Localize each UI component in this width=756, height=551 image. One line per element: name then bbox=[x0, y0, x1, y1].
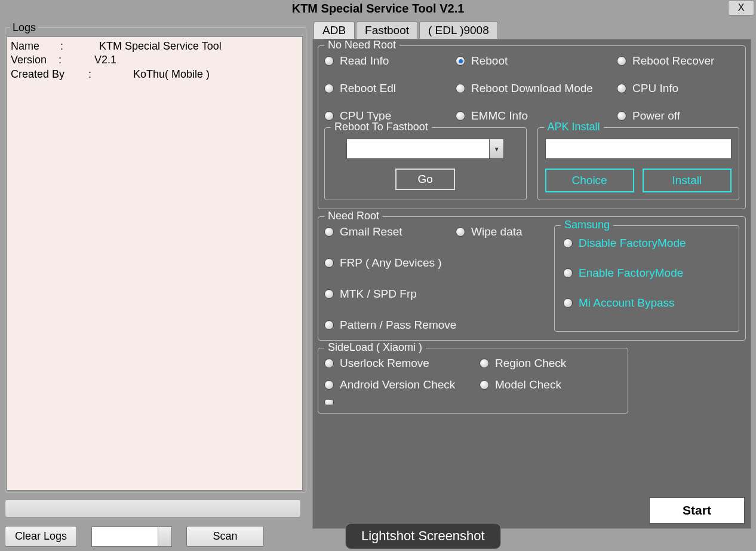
radio-icon bbox=[480, 380, 489, 390]
logs-fieldset: Logs Name : KTM Special Service Tool Ver… bbox=[5, 22, 306, 492]
close-button[interactable]: X bbox=[728, 0, 754, 16]
radio-disable-factory[interactable]: Disable FactoryMode bbox=[563, 237, 730, 250]
device-combo[interactable] bbox=[91, 526, 172, 547]
need-root-legend: Need Root bbox=[324, 210, 383, 222]
main-area: Logs Name : KTM Special Service Tool Ver… bbox=[0, 17, 756, 547]
progress-bar bbox=[5, 500, 301, 518]
chevron-down-icon[interactable]: ▼ bbox=[490, 139, 504, 159]
radio-icon bbox=[324, 359, 334, 368]
radio-label: Enable FactoryMode bbox=[579, 267, 683, 280]
clear-logs-button[interactable]: Clear Logs bbox=[5, 526, 77, 547]
window-title: KTM Special Service Tool V2.1 bbox=[292, 2, 465, 16]
log-line: Created By : KoThu( Mobile ) bbox=[11, 68, 299, 81]
no-need-root-legend: No Need Root bbox=[324, 39, 399, 51]
radio-reboot-edl[interactable]: Reboot Edl bbox=[324, 82, 456, 95]
radio-icon bbox=[617, 111, 626, 121]
tab-strip: ADB Fastboot ( EDL )9008 bbox=[314, 22, 751, 39]
radio-reboot[interactable]: Reboot bbox=[456, 54, 617, 68]
radio-power-off[interactable]: Power off bbox=[617, 109, 680, 123]
radio-label: Android Version Check bbox=[340, 378, 455, 391]
radio-label: Mi Account Bypass bbox=[579, 296, 675, 310]
radio-truncated[interactable] bbox=[324, 400, 340, 405]
radio-reboot-download[interactable]: Reboot Download Mode bbox=[456, 82, 617, 95]
radio-userlock-remove[interactable]: Userlock Remove bbox=[324, 357, 480, 370]
radio-gmail-reset[interactable]: Gmail Reset bbox=[324, 225, 456, 238]
radio-icon bbox=[563, 268, 573, 278]
radio-label: CPU Info bbox=[632, 82, 678, 95]
radio-icon bbox=[324, 289, 334, 299]
title-bar: KTM Special Service Tool V2.1 X bbox=[0, 0, 756, 17]
radio-label: Read Info bbox=[340, 54, 389, 68]
group-no-need-root: No Need Root Read Info Reboot Reboot Rec… bbox=[318, 45, 746, 209]
radio-icon bbox=[456, 227, 465, 237]
radio-icon bbox=[324, 84, 334, 93]
start-button[interactable]: Start bbox=[649, 497, 745, 524]
radio-mi-bypass[interactable]: Mi Account Bypass bbox=[563, 296, 730, 310]
radio-icon bbox=[324, 380, 334, 390]
tab-edl[interactable]: ( EDL )9008 bbox=[419, 22, 498, 39]
radio-cpu-info[interactable]: CPU Info bbox=[617, 82, 678, 95]
go-button[interactable]: Go bbox=[395, 169, 455, 190]
radio-enable-factory[interactable]: Enable FactoryMode bbox=[563, 267, 730, 280]
choice-button[interactable]: Choice bbox=[545, 169, 634, 192]
radio-label: Region Check bbox=[495, 357, 566, 370]
radio-icon bbox=[324, 227, 334, 237]
radio-label: Pattern / Pass Remove bbox=[340, 319, 456, 332]
tab-fastboot[interactable]: Fastboot bbox=[356, 22, 418, 39]
right-panel: ADB Fastboot ( EDL )9008 No Need Root Re… bbox=[312, 22, 751, 547]
reboot-fastboot-legend: Reboot To Fastboot bbox=[331, 121, 432, 133]
radio-region-check[interactable]: Region Check bbox=[480, 357, 566, 370]
group-reboot-to-fastboot: Reboot To Fastboot ▼ Go bbox=[324, 127, 527, 200]
radio-reboot-recover[interactable]: Reboot Recover bbox=[617, 54, 714, 68]
radio-wipe-data[interactable]: Wipe data bbox=[456, 225, 523, 238]
radio-label: Model Check bbox=[495, 378, 561, 391]
logs-legend: Logs bbox=[10, 22, 38, 34]
radio-read-info[interactable]: Read Info bbox=[324, 54, 456, 68]
radio-label: FRP ( Any Devices ) bbox=[340, 256, 442, 270]
tab-body: No Need Root Read Info Reboot Reboot Rec… bbox=[312, 39, 751, 529]
samsung-legend: Samsung bbox=[561, 219, 613, 231]
radio-label: Reboot Download Mode bbox=[471, 82, 593, 95]
lightshot-badge: Lightshot Screenshot bbox=[345, 523, 501, 549]
radio-pattern-pass[interactable]: Pattern / Pass Remove bbox=[324, 319, 456, 332]
tab-adb[interactable]: ADB bbox=[314, 22, 355, 39]
radio-label: Power off bbox=[632, 109, 680, 123]
radio-icon bbox=[456, 84, 465, 93]
radio-label: EMMC Info bbox=[471, 109, 528, 123]
radio-label: MTK / SPD Frp bbox=[340, 287, 417, 301]
radio-mtk-spd[interactable]: MTK / SPD Frp bbox=[324, 287, 417, 301]
radio-frp[interactable]: FRP ( Any Devices ) bbox=[324, 256, 442, 270]
group-sideload: SideLoad ( Xiaomi ) Userlock Remove Regi… bbox=[318, 348, 628, 414]
radio-android-version-check[interactable]: Android Version Check bbox=[324, 378, 480, 391]
radio-icon bbox=[456, 56, 465, 66]
radio-icon bbox=[324, 258, 334, 268]
install-button[interactable]: Install bbox=[643, 169, 732, 192]
radio-icon bbox=[324, 111, 334, 121]
radio-icon bbox=[324, 320, 334, 330]
radio-icon bbox=[324, 56, 334, 66]
radio-icon bbox=[324, 400, 334, 405]
bottom-buttons: Clear Logs Scan bbox=[5, 526, 306, 547]
radio-label: Userlock Remove bbox=[340, 357, 429, 370]
radio-label: Reboot bbox=[471, 54, 508, 68]
fastboot-combo[interactable] bbox=[346, 139, 490, 159]
group-apk-install: APK Install Choice Install bbox=[537, 127, 740, 200]
radio-label: Reboot Edl bbox=[340, 82, 396, 95]
radio-icon bbox=[456, 111, 465, 121]
log-line: Version : V2.1 bbox=[11, 53, 299, 67]
radio-label: Gmail Reset bbox=[340, 225, 402, 238]
logs-textarea[interactable]: Name : KTM Special Service Tool Version … bbox=[7, 36, 303, 491]
group-need-root: Need Root Gmail Reset Wipe data FRP ( An… bbox=[318, 216, 746, 341]
radio-icon bbox=[563, 298, 573, 308]
radio-label: Wipe data bbox=[471, 225, 523, 238]
radio-model-check[interactable]: Model Check bbox=[480, 378, 561, 391]
radio-label: Reboot Recover bbox=[632, 54, 714, 68]
radio-label: Disable FactoryMode bbox=[579, 237, 686, 250]
left-panel: Logs Name : KTM Special Service Tool Ver… bbox=[5, 22, 306, 547]
apk-install-legend: APK Install bbox=[544, 121, 604, 133]
scan-button[interactable]: Scan bbox=[186, 526, 264, 547]
radio-icon bbox=[563, 238, 573, 248]
radio-icon bbox=[617, 84, 626, 93]
apk-path-input[interactable] bbox=[545, 139, 732, 159]
group-samsung: Samsung Disable FactoryMode Enable Facto… bbox=[554, 225, 739, 332]
